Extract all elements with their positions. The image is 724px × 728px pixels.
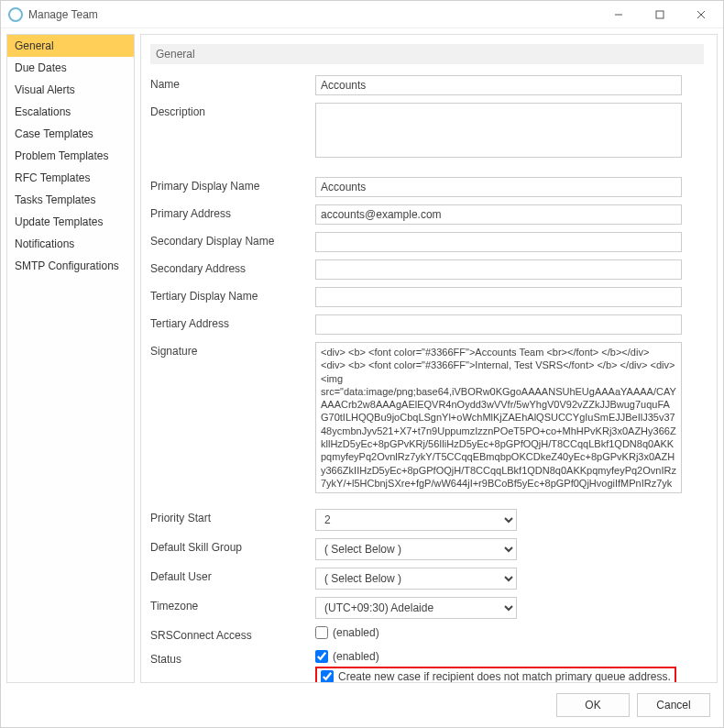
label-name: Name: [150, 75, 315, 91]
highlight-create-case-no-match: Create new case if recipient does not ma…: [315, 667, 676, 683]
main-panel: General Name Description Primary Display…: [140, 34, 718, 683]
label-default-user: Default User: [150, 568, 315, 583]
sidebar-item-notifications[interactable]: Notifications: [7, 233, 134, 255]
label-description: Description: [150, 103, 315, 118]
app-logo-icon: [8, 7, 23, 22]
label-secondary-address: Secondary Address: [150, 259, 315, 275]
primary-address-input[interactable]: [315, 204, 682, 225]
tertiary-display-name-input[interactable]: [315, 287, 682, 307]
tertiary-address-input[interactable]: [315, 314, 682, 335]
label-default-skill-group: Default Skill Group: [150, 538, 315, 554]
cancel-button[interactable]: Cancel: [637, 693, 710, 717]
close-button[interactable]: [680, 2, 721, 28]
srsconnect-access-checkbox[interactable]: [315, 626, 328, 639]
svg-rect-1: [656, 11, 664, 18]
label-primary-address: Primary Address: [150, 204, 315, 220]
section-title: General: [150, 44, 704, 64]
sidebar: General Due Dates Visual Alerts Escalati…: [6, 34, 135, 683]
primary-display-name-input[interactable]: [315, 177, 682, 197]
titlebar: Manage Team: [1, 1, 723, 28]
default-user-select[interactable]: ( Select Below ): [315, 568, 517, 590]
ok-button[interactable]: OK: [556, 693, 630, 717]
sidebar-item-visual-alerts[interactable]: Visual Alerts: [7, 79, 134, 101]
sidebar-item-update-templates[interactable]: Update Templates: [7, 211, 134, 233]
sidebar-item-due-dates[interactable]: Due Dates: [7, 57, 134, 79]
signature-input[interactable]: <div> <b> <font color="#3366FF">Accounts…: [315, 342, 682, 493]
maximize-button[interactable]: [639, 2, 680, 28]
create-case-no-match-text: Create new case if recipient does not ma…: [338, 670, 671, 683]
timezone-select[interactable]: (UTC+09:30) Adelaide: [315, 597, 517, 619]
description-input[interactable]: [315, 103, 682, 158]
label-primary-display-name: Primary Display Name: [150, 177, 315, 193]
name-input[interactable]: [315, 75, 682, 95]
sidebar-item-general[interactable]: General: [7, 35, 134, 57]
label-tertiary-address: Tertiary Address: [150, 314, 315, 330]
label-signature: Signature: [150, 342, 315, 358]
sidebar-item-tasks-templates[interactable]: Tasks Templates: [7, 189, 134, 211]
default-skill-group-select[interactable]: ( Select Below ): [315, 538, 517, 560]
sidebar-item-problem-templates[interactable]: Problem Templates: [7, 145, 134, 167]
srsconnect-access-text: (enabled): [333, 626, 379, 639]
manage-team-window: Manage Team General Due Dates Visual Ale…: [0, 0, 724, 728]
label-timezone: Timezone: [150, 597, 315, 612]
sidebar-item-smtp-config[interactable]: SMTP Configurations: [7, 255, 134, 277]
label-secondary-display-name: Secondary Display Name: [150, 232, 315, 248]
create-case-no-match-checkbox[interactable]: [321, 670, 334, 683]
dialog-footer: OK Cancel: [1, 683, 723, 727]
status-checkbox[interactable]: [315, 650, 328, 663]
secondary-display-name-input[interactable]: [315, 232, 682, 252]
minimize-button[interactable]: [598, 2, 639, 28]
label-tertiary-display-name: Tertiary Display Name: [150, 287, 315, 303]
label-status: Status: [150, 650, 315, 666]
sidebar-item-rfc-templates[interactable]: RFC Templates: [7, 167, 134, 189]
secondary-address-input[interactable]: [315, 259, 682, 280]
priority-start-select[interactable]: 2: [315, 509, 517, 531]
label-priority-start: Priority Start: [150, 509, 315, 524]
status-text: (enabled): [333, 650, 379, 663]
window-title: Manage Team: [28, 8, 598, 21]
sidebar-item-escalations[interactable]: Escalations: [7, 101, 134, 123]
sidebar-item-case-templates[interactable]: Case Templates: [7, 123, 134, 145]
label-srsconnect-access: SRSConnect Access: [150, 626, 315, 642]
